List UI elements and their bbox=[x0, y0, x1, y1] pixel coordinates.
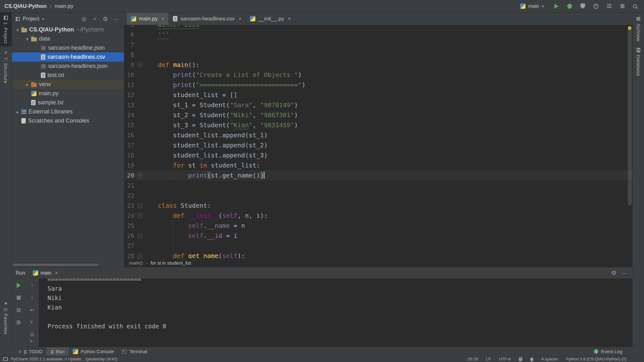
code-text[interactable] bbox=[150, 50, 632, 60]
tree-row-data[interactable]: ▾data bbox=[12, 34, 124, 43]
hide-panel-button[interactable] bbox=[112, 15, 120, 23]
editor-line-12[interactable]: 12 student_list = [] bbox=[124, 90, 632, 100]
status-notifications[interactable] bbox=[530, 358, 533, 361]
more-options-button[interactable] bbox=[27, 337, 35, 345]
fold-icon[interactable]: − bbox=[137, 63, 142, 67]
breadcrumb-item[interactable]: for st in student_list bbox=[151, 260, 191, 266]
toolwindow-button-todo[interactable]: 6: TODO bbox=[14, 347, 47, 356]
editor-line-18[interactable]: 18 student_list.append(st_3) bbox=[124, 150, 632, 160]
code-text[interactable] bbox=[150, 241, 632, 251]
locate-file-button[interactable] bbox=[80, 15, 88, 23]
stop-process-button[interactable] bbox=[14, 293, 23, 302]
stripe-button-sciview[interactable]: SciView bbox=[633, 13, 644, 45]
code-text[interactable]: for st in student_list: bbox=[150, 160, 632, 170]
editor-scrollbar[interactable] bbox=[628, 30, 632, 206]
editor-line-16[interactable]: 16 student_list.append(st_1) bbox=[124, 130, 632, 140]
close-icon[interactable]: × bbox=[288, 16, 291, 22]
editor-line-23[interactable]: 23−class Student: bbox=[124, 200, 632, 211]
status-readonly-lock[interactable] bbox=[519, 357, 522, 361]
editor-line-8[interactable]: 8 bbox=[124, 50, 632, 60]
restore-layout-button[interactable] bbox=[14, 306, 23, 314]
console-line[interactable]: Niki bbox=[47, 293, 632, 303]
chevron-icon[interactable]: ▾ bbox=[14, 27, 21, 32]
editor-line-17[interactable]: 17 student_list.append(st_2) bbox=[124, 140, 632, 150]
project-view-title[interactable]: Project bbox=[23, 16, 39, 22]
code-text[interactable]: student_list = [] bbox=[150, 90, 632, 100]
tab-sarcasm-headlines-csv[interactable]: sarcasm-headlines.csv× bbox=[169, 13, 246, 25]
run-tab-main[interactable]: main × bbox=[30, 267, 61, 278]
editor-line-28[interactable]: 28− def get_name(self): bbox=[124, 251, 632, 258]
code-text[interactable]: print("==========================") bbox=[150, 80, 632, 90]
code-text[interactable]: class Student: bbox=[150, 200, 632, 211]
code-text[interactable]: st_3 = Student("Kian", "9831459") bbox=[150, 120, 632, 130]
code-text[interactable]: def get_name(self): bbox=[150, 251, 632, 258]
project-horizontal-scrollbar[interactable] bbox=[13, 264, 98, 266]
console-line[interactable] bbox=[47, 312, 632, 321]
editor-line-25[interactable]: 25 self.__name = n bbox=[124, 221, 632, 231]
editor[interactable]: 5Winter 20206'''789−def main():10 print(… bbox=[124, 25, 632, 258]
chevron-icon[interactable]: ▸ bbox=[14, 109, 21, 114]
editor-line-21[interactable]: 21 bbox=[124, 180, 632, 190]
title-crumb[interactable]: CS.QIAU-Python bbox=[4, 3, 47, 9]
next-occurrence-button[interactable] bbox=[28, 293, 36, 302]
editor-line-27[interactable]: 27 bbox=[124, 241, 632, 251]
code-text[interactable] bbox=[150, 180, 632, 190]
tree-row-sarcasm-headline-json[interactable]: sarcasm-headline.json bbox=[12, 43, 124, 52]
tree-row-test-txt[interactable]: test.txt bbox=[12, 71, 124, 80]
collapse-all-button[interactable] bbox=[91, 15, 99, 23]
scroll-to-end-button[interactable] bbox=[28, 318, 36, 326]
debug-button[interactable] bbox=[565, 2, 574, 10]
search-everywhere-button[interactable] bbox=[631, 2, 640, 10]
code-text[interactable]: self.__id = i bbox=[150, 231, 632, 241]
run-button[interactable] bbox=[552, 2, 560, 10]
code-text[interactable]: def __init__(self, n, i): bbox=[150, 211, 632, 221]
editor-line-24[interactable]: 24− def __init__(self, n, i): bbox=[124, 211, 632, 221]
stripe-button-favorites[interactable]: 2: Favorites bbox=[0, 298, 12, 337]
tree-row-cs-qiau-python[interactable]: ▾CS.QIAU-Python~/Pycharm bbox=[12, 25, 124, 34]
console-line[interactable]: Process finished with exit code 0 bbox=[47, 321, 632, 331]
chevron-icon[interactable]: ▾ bbox=[24, 36, 31, 41]
editor-line-26[interactable]: 26− self.__id = i bbox=[124, 231, 632, 241]
code-text[interactable]: def main(): bbox=[150, 60, 632, 70]
close-icon[interactable]: × bbox=[162, 16, 165, 22]
toolwindow-switcher-icon[interactable] bbox=[3, 357, 8, 361]
tab-main-py[interactable]: main.py× bbox=[127, 13, 169, 25]
tree-row-sarcasm-headlines-csv[interactable]: sarcasm-headlines.csv bbox=[12, 52, 124, 62]
editor-line-9[interactable]: 9−def main(): bbox=[124, 60, 632, 70]
code-text[interactable]: print("Create a List of Objects ") bbox=[150, 70, 632, 80]
chevron-icon[interactable]: ▸ bbox=[24, 82, 31, 87]
tab-init-py[interactable]: __init__.py× bbox=[246, 13, 295, 25]
stripe-button-project[interactable]: 1: Project bbox=[0, 13, 12, 47]
chevron-down-icon[interactable] bbox=[42, 17, 44, 21]
fold-icon[interactable]: − bbox=[137, 254, 142, 258]
run-console[interactable]: ==========================SaraNikiKian P… bbox=[39, 279, 632, 347]
editor-line-14[interactable]: 14 st_2 = Student("Niki", "9867301") bbox=[124, 110, 632, 120]
code-text[interactable]: Winter 2020 bbox=[150, 25, 632, 30]
fold-icon[interactable]: − bbox=[137, 233, 142, 238]
stripe-button-database[interactable]: Database bbox=[633, 45, 644, 79]
code-text[interactable]: print(st.get_name()) bbox=[150, 170, 632, 180]
stop-button[interactable] bbox=[618, 2, 626, 10]
status-caret-position[interactable]: 20:29 bbox=[468, 357, 478, 361]
editor-line-20[interactable]: 20− print(st.get_name()) bbox=[124, 170, 632, 180]
code-text[interactable]: student_list.append(st_1) bbox=[150, 130, 632, 140]
hide-panel-button[interactable] bbox=[620, 269, 629, 277]
tree-row-sarcasm-headlines-json[interactable]: sarcasm-headlines.json bbox=[12, 62, 124, 71]
code-text[interactable] bbox=[150, 40, 632, 50]
code-text[interactable]: student_list.append(st_2) bbox=[150, 140, 632, 150]
toolwindow-button-terminal[interactable]: Terminal bbox=[118, 347, 151, 356]
code-text[interactable]: st_2 = Student("Niki", "9867301") bbox=[150, 110, 632, 120]
status-message[interactable]: PyCharm 2020.1.1 available: // Update...… bbox=[11, 357, 118, 361]
tree-row-venv[interactable]: ▸venv bbox=[12, 80, 124, 89]
editor-line-7[interactable]: 7 bbox=[124, 40, 632, 50]
fold-icon[interactable]: − bbox=[137, 213, 142, 218]
toolwindow-button-run[interactable]: 4: Run bbox=[47, 347, 69, 356]
status-file-encoding[interactable]: UTF-8 bbox=[499, 357, 511, 361]
code-text[interactable]: self.__name = n bbox=[150, 221, 632, 231]
toolwindow-button-event-log[interactable]: Event Log bbox=[590, 349, 626, 354]
tree-row-main-py[interactable]: main.py bbox=[12, 89, 124, 98]
close-icon[interactable]: × bbox=[55, 270, 58, 276]
code-text[interactable] bbox=[150, 190, 632, 200]
run-configurations-button[interactable] bbox=[605, 2, 613, 10]
console-line[interactable]: ========================== bbox=[47, 279, 632, 284]
